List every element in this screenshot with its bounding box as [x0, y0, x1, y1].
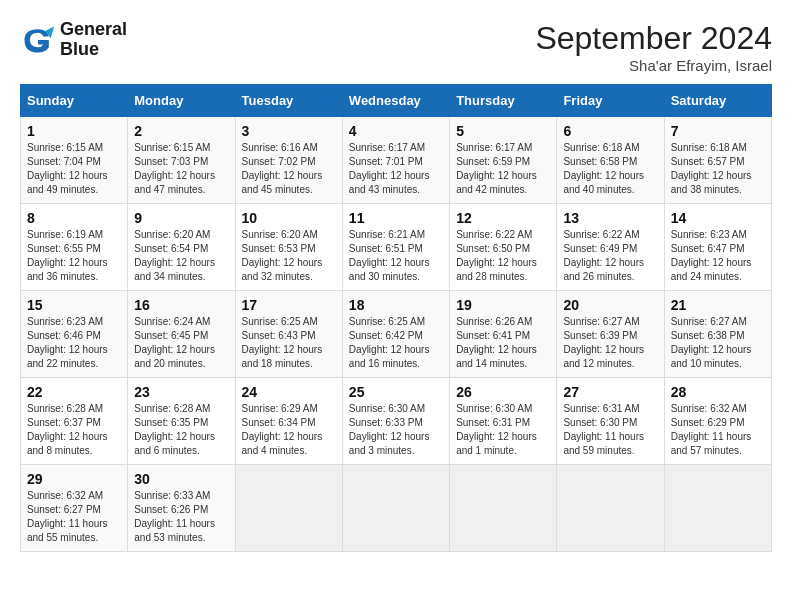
day-info: Sunrise: 6:18 AM Sunset: 6:57 PM Dayligh… [671, 141, 765, 197]
day-info: Sunrise: 6:29 AM Sunset: 6:34 PM Dayligh… [242, 402, 336, 458]
month-title: September 2024 [535, 20, 772, 57]
day-number: 5 [456, 123, 550, 139]
day-info: Sunrise: 6:25 AM Sunset: 6:42 PM Dayligh… [349, 315, 443, 371]
calendar-cell [664, 465, 771, 552]
logo-line1: General [60, 20, 127, 40]
day-number: 24 [242, 384, 336, 400]
day-number: 14 [671, 210, 765, 226]
day-info: Sunrise: 6:23 AM Sunset: 6:46 PM Dayligh… [27, 315, 121, 371]
day-number: 21 [671, 297, 765, 313]
day-number: 19 [456, 297, 550, 313]
day-number: 25 [349, 384, 443, 400]
calendar-cell: 23Sunrise: 6:28 AM Sunset: 6:35 PM Dayli… [128, 378, 235, 465]
day-number: 15 [27, 297, 121, 313]
day-number: 22 [27, 384, 121, 400]
calendar-cell: 28Sunrise: 6:32 AM Sunset: 6:29 PM Dayli… [664, 378, 771, 465]
day-info: Sunrise: 6:20 AM Sunset: 6:53 PM Dayligh… [242, 228, 336, 284]
logo-icon [20, 22, 56, 58]
calendar-cell [342, 465, 449, 552]
calendar-cell: 30Sunrise: 6:33 AM Sunset: 6:26 PM Dayli… [128, 465, 235, 552]
day-info: Sunrise: 6:20 AM Sunset: 6:54 PM Dayligh… [134, 228, 228, 284]
calendar-week-row: 15Sunrise: 6:23 AM Sunset: 6:46 PM Dayli… [21, 291, 772, 378]
header-day-friday: Friday [557, 85, 664, 117]
day-info: Sunrise: 6:15 AM Sunset: 7:03 PM Dayligh… [134, 141, 228, 197]
calendar-week-row: 8Sunrise: 6:19 AM Sunset: 6:55 PM Daylig… [21, 204, 772, 291]
logo-text: General Blue [60, 20, 127, 60]
day-info: Sunrise: 6:25 AM Sunset: 6:43 PM Dayligh… [242, 315, 336, 371]
calendar-cell: 4Sunrise: 6:17 AM Sunset: 7:01 PM Daylig… [342, 117, 449, 204]
calendar-cell: 1Sunrise: 6:15 AM Sunset: 7:04 PM Daylig… [21, 117, 128, 204]
calendar-cell: 21Sunrise: 6:27 AM Sunset: 6:38 PM Dayli… [664, 291, 771, 378]
day-number: 8 [27, 210, 121, 226]
calendar-cell: 6Sunrise: 6:18 AM Sunset: 6:58 PM Daylig… [557, 117, 664, 204]
calendar-cell: 16Sunrise: 6:24 AM Sunset: 6:45 PM Dayli… [128, 291, 235, 378]
calendar-cell [557, 465, 664, 552]
day-number: 20 [563, 297, 657, 313]
day-number: 27 [563, 384, 657, 400]
location-subtitle: Sha'ar Efrayim, Israel [535, 57, 772, 74]
calendar-cell: 19Sunrise: 6:26 AM Sunset: 6:41 PM Dayli… [450, 291, 557, 378]
calendar-cell: 26Sunrise: 6:30 AM Sunset: 6:31 PM Dayli… [450, 378, 557, 465]
calendar-cell: 3Sunrise: 6:16 AM Sunset: 7:02 PM Daylig… [235, 117, 342, 204]
logo-line2: Blue [60, 40, 127, 60]
day-number: 12 [456, 210, 550, 226]
day-info: Sunrise: 6:22 AM Sunset: 6:49 PM Dayligh… [563, 228, 657, 284]
calendar-cell: 13Sunrise: 6:22 AM Sunset: 6:49 PM Dayli… [557, 204, 664, 291]
day-info: Sunrise: 6:23 AM Sunset: 6:47 PM Dayligh… [671, 228, 765, 284]
day-number: 11 [349, 210, 443, 226]
day-number: 9 [134, 210, 228, 226]
day-number: 26 [456, 384, 550, 400]
logo: General Blue [20, 20, 127, 60]
day-info: Sunrise: 6:16 AM Sunset: 7:02 PM Dayligh… [242, 141, 336, 197]
calendar-week-row: 22Sunrise: 6:28 AM Sunset: 6:37 PM Dayli… [21, 378, 772, 465]
day-number: 30 [134, 471, 228, 487]
calendar-cell: 9Sunrise: 6:20 AM Sunset: 6:54 PM Daylig… [128, 204, 235, 291]
day-number: 13 [563, 210, 657, 226]
day-number: 7 [671, 123, 765, 139]
calendar-cell: 22Sunrise: 6:28 AM Sunset: 6:37 PM Dayli… [21, 378, 128, 465]
header-day-saturday: Saturday [664, 85, 771, 117]
header-day-tuesday: Tuesday [235, 85, 342, 117]
calendar-cell: 15Sunrise: 6:23 AM Sunset: 6:46 PM Dayli… [21, 291, 128, 378]
calendar-cell: 2Sunrise: 6:15 AM Sunset: 7:03 PM Daylig… [128, 117, 235, 204]
day-number: 3 [242, 123, 336, 139]
day-number: 6 [563, 123, 657, 139]
day-info: Sunrise: 6:19 AM Sunset: 6:55 PM Dayligh… [27, 228, 121, 284]
day-info: Sunrise: 6:24 AM Sunset: 6:45 PM Dayligh… [134, 315, 228, 371]
calendar-cell: 24Sunrise: 6:29 AM Sunset: 6:34 PM Dayli… [235, 378, 342, 465]
calendar-cell: 7Sunrise: 6:18 AM Sunset: 6:57 PM Daylig… [664, 117, 771, 204]
day-number: 1 [27, 123, 121, 139]
day-info: Sunrise: 6:17 AM Sunset: 7:01 PM Dayligh… [349, 141, 443, 197]
calendar-cell: 14Sunrise: 6:23 AM Sunset: 6:47 PM Dayli… [664, 204, 771, 291]
calendar-cell: 10Sunrise: 6:20 AM Sunset: 6:53 PM Dayli… [235, 204, 342, 291]
day-info: Sunrise: 6:27 AM Sunset: 6:38 PM Dayligh… [671, 315, 765, 371]
day-info: Sunrise: 6:15 AM Sunset: 7:04 PM Dayligh… [27, 141, 121, 197]
calendar-cell: 29Sunrise: 6:32 AM Sunset: 6:27 PM Dayli… [21, 465, 128, 552]
header-day-sunday: Sunday [21, 85, 128, 117]
calendar-cell: 5Sunrise: 6:17 AM Sunset: 6:59 PM Daylig… [450, 117, 557, 204]
header-day-wednesday: Wednesday [342, 85, 449, 117]
day-number: 17 [242, 297, 336, 313]
calendar-cell: 18Sunrise: 6:25 AM Sunset: 6:42 PM Dayli… [342, 291, 449, 378]
header-day-monday: Monday [128, 85, 235, 117]
page-header: General Blue September 2024 Sha'ar Efray… [20, 20, 772, 74]
day-info: Sunrise: 6:22 AM Sunset: 6:50 PM Dayligh… [456, 228, 550, 284]
calendar-week-row: 1Sunrise: 6:15 AM Sunset: 7:04 PM Daylig… [21, 117, 772, 204]
calendar-cell: 17Sunrise: 6:25 AM Sunset: 6:43 PM Dayli… [235, 291, 342, 378]
day-info: Sunrise: 6:28 AM Sunset: 6:35 PM Dayligh… [134, 402, 228, 458]
day-info: Sunrise: 6:33 AM Sunset: 6:26 PM Dayligh… [134, 489, 228, 545]
day-number: 29 [27, 471, 121, 487]
calendar-cell: 11Sunrise: 6:21 AM Sunset: 6:51 PM Dayli… [342, 204, 449, 291]
calendar-header-row: SundayMondayTuesdayWednesdayThursdayFrid… [21, 85, 772, 117]
day-info: Sunrise: 6:27 AM Sunset: 6:39 PM Dayligh… [563, 315, 657, 371]
title-area: September 2024 Sha'ar Efrayim, Israel [535, 20, 772, 74]
day-info: Sunrise: 6:21 AM Sunset: 6:51 PM Dayligh… [349, 228, 443, 284]
day-info: Sunrise: 6:28 AM Sunset: 6:37 PM Dayligh… [27, 402, 121, 458]
calendar-table: SundayMondayTuesdayWednesdayThursdayFrid… [20, 84, 772, 552]
day-info: Sunrise: 6:30 AM Sunset: 6:31 PM Dayligh… [456, 402, 550, 458]
day-info: Sunrise: 6:32 AM Sunset: 6:27 PM Dayligh… [27, 489, 121, 545]
day-number: 4 [349, 123, 443, 139]
calendar-cell: 20Sunrise: 6:27 AM Sunset: 6:39 PM Dayli… [557, 291, 664, 378]
calendar-cell [450, 465, 557, 552]
day-number: 23 [134, 384, 228, 400]
